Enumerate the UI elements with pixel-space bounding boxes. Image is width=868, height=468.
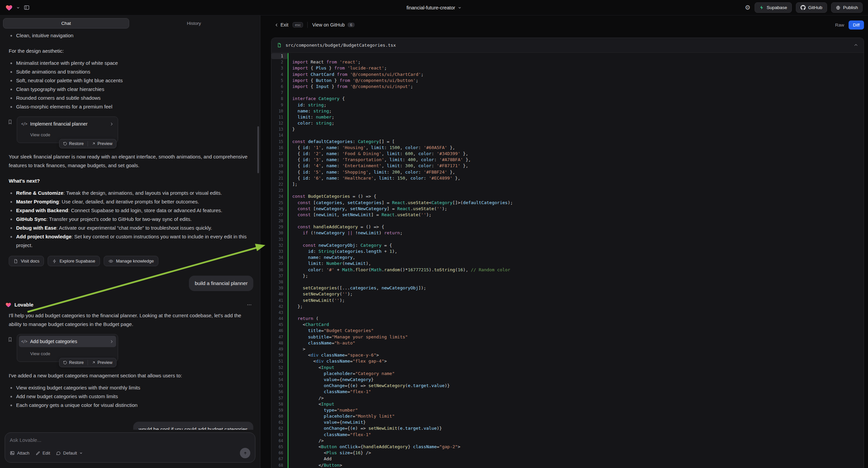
code-edit-card[interactable]: </> Add budget categories View code Rest… (17, 334, 118, 362)
preview-button[interactable]: Preview (88, 139, 116, 148)
sidebar-toggle-icon[interactable] (24, 4, 30, 11)
code-line: 16 { id: '1', name: 'Housing', limit: 15… (272, 145, 864, 151)
list-item: Clean typography with clear hierarchies (16, 85, 251, 94)
code-line: 51 <div className="flex gap-4"> (272, 358, 864, 364)
code-line: 10 name: string; (272, 108, 864, 114)
supabase-icon (759, 5, 764, 10)
external-link-icon (92, 360, 96, 364)
code-line: 57 /> (272, 395, 864, 401)
code-line: 64 /> (272, 438, 864, 444)
supabase-button[interactable]: Supabase (754, 2, 792, 13)
view-on-github-link[interactable]: View on GitHub 6 (312, 22, 354, 28)
restore-preview-toolbar: Restore Preview (59, 139, 117, 148)
list-item: Refine & Customize: Tweak the design, an… (16, 189, 251, 197)
code-line: 53 placeholder="Category name" (272, 371, 864, 377)
project-menu[interactable]: financial-future-creator (406, 5, 461, 10)
tool-call-implement-planner: </> Implement financial planner View cod… (7, 117, 252, 143)
code-line: 37 }; (272, 273, 864, 279)
code-view-header: Exit esc View on GitHub 6 Raw Diff (275, 16, 864, 34)
bookmark-icon[interactable] (7, 117, 13, 124)
explore-supabase-button[interactable]: Explore Supabase (48, 256, 100, 266)
lovable-heart-icon (5, 302, 11, 308)
code-line: 19 { id: '4', name: 'Entertainment', lim… (272, 163, 864, 169)
bookmark-icon[interactable] (7, 334, 13, 342)
code-edit-card[interactable]: </> Implement financial planner View cod… (17, 117, 118, 143)
whats-next-heading: What's next? (0, 177, 260, 185)
code-line: 28 (272, 218, 864, 224)
attach-button[interactable]: Attach (10, 450, 30, 456)
exit-button[interactable]: Exit (275, 22, 288, 28)
tool-card-title: Implement financial planner (30, 119, 88, 128)
code-line: 13} (272, 126, 864, 132)
collapse-file-button[interactable] (854, 43, 858, 48)
code-line: 54 value={newCategory} (272, 377, 864, 383)
chevron-left-icon (275, 23, 279, 27)
code-line: 48 className="h-auto" (272, 340, 864, 346)
chevron-down-icon (79, 451, 83, 455)
code-line: 67 Add (272, 456, 864, 462)
code-line: 32 const newCategoryObj: Category = { (272, 242, 864, 248)
topbar: financial-future-creator ⚙ Supabase GitH… (0, 0, 868, 16)
settings-gear-icon[interactable]: ⚙ (745, 4, 750, 11)
edit-button[interactable]: Edit (36, 450, 50, 456)
code-icon: </> (21, 119, 27, 128)
message-menu-button[interactable] (247, 302, 252, 308)
restore-button[interactable]: Restore (59, 139, 88, 148)
view-code-link[interactable]: View code (30, 130, 114, 139)
tab-chat[interactable]: Chat (3, 18, 129, 29)
code-line: 46 title="Budget Categories" (272, 328, 864, 334)
code-line: 65 <Button onClick={handleAddCategory} c… (272, 444, 864, 450)
code-line: 59 type="number" (272, 407, 864, 413)
code-line: 24const BudgetCategories = () => { (272, 194, 864, 199)
preview-button[interactable]: Preview (88, 358, 116, 367)
next-steps-list: Refine & Customize: Tweak the design, an… (0, 189, 260, 250)
code-line: 68 </Button> (272, 462, 864, 468)
list-item: Subtle animations and transitions (16, 67, 251, 76)
tool-call-add-budget-categories: </> Add budget categories View code Rest… (7, 334, 252, 362)
image-icon (10, 450, 15, 456)
chat-scrollbar-thumb[interactable] (257, 126, 259, 173)
tab-history[interactable]: History (131, 18, 257, 29)
visit-docs-button[interactable]: Visit docs (9, 256, 44, 266)
restore-button[interactable]: Restore (59, 358, 88, 367)
diff-toggle-button[interactable]: Diff (848, 21, 864, 30)
list-item: Expand with Backend: Connect Supabase to… (16, 206, 251, 215)
lovable-logo-icon[interactable] (5, 4, 13, 11)
code-editor[interactable]: 12import React from 'react';3import { Pl… (272, 53, 864, 468)
code-line: 45 <ChartCard (272, 322, 864, 328)
list-item: Each category gets a unique color for vi… (16, 401, 251, 410)
publish-button[interactable]: Publish (831, 2, 863, 13)
file-card: src/components/budget/BudgetCategories.t… (271, 38, 864, 468)
code-line: 49 > (272, 346, 864, 352)
chat-message-list[interactable]: Clean, intuitive navigation For the desi… (0, 31, 260, 430)
chevron-right-icon (110, 340, 114, 344)
user-message: would be cool if you could add budget ca… (133, 422, 253, 430)
manage-knowledge-button[interactable]: Manage knowledge (104, 256, 159, 266)
code-line: 38 (272, 279, 864, 285)
code-line: 7 (272, 90, 864, 96)
code-line: 18 { id: '3', name: 'Transportation', li… (272, 157, 864, 163)
chat-input[interactable] (10, 437, 250, 443)
esc-key-hint: esc (292, 22, 303, 28)
chat-mode-selector[interactable]: Default (56, 450, 83, 456)
view-code-link[interactable]: View code (30, 350, 114, 358)
code-workspace: Exit esc View on GitHub 6 Raw Diff src/c… (260, 16, 868, 468)
send-button[interactable] (240, 448, 250, 458)
globe-icon (836, 5, 840, 10)
github-button[interactable]: GitHub (796, 2, 827, 13)
suggestion-chips: Visit docs Explore Supabase Manage knowl… (0, 250, 260, 268)
code-line: 22]; (272, 181, 864, 187)
code-line: 4import ChartCard from '@/components/ui/… (272, 71, 864, 78)
code-line: 20 { id: '5', name: 'Shopping', limit: 2… (272, 169, 864, 175)
restore-icon (63, 142, 67, 146)
code-line: 2import React from 'react'; (272, 59, 864, 65)
raw-toggle-button[interactable]: Raw (835, 23, 844, 28)
chevron-down-icon[interactable] (16, 6, 20, 10)
code-icon: </> (21, 337, 27, 346)
code-line: 8interface Category { (272, 96, 864, 102)
code-line: 31 (272, 236, 864, 242)
file-header[interactable]: src/components/budget/BudgetCategories.t… (272, 38, 864, 53)
code-line: 66 <Plus size={16} /> (272, 450, 864, 456)
code-line: 40 setNewCategory(''); (272, 291, 864, 297)
chevron-up-icon (854, 43, 858, 48)
